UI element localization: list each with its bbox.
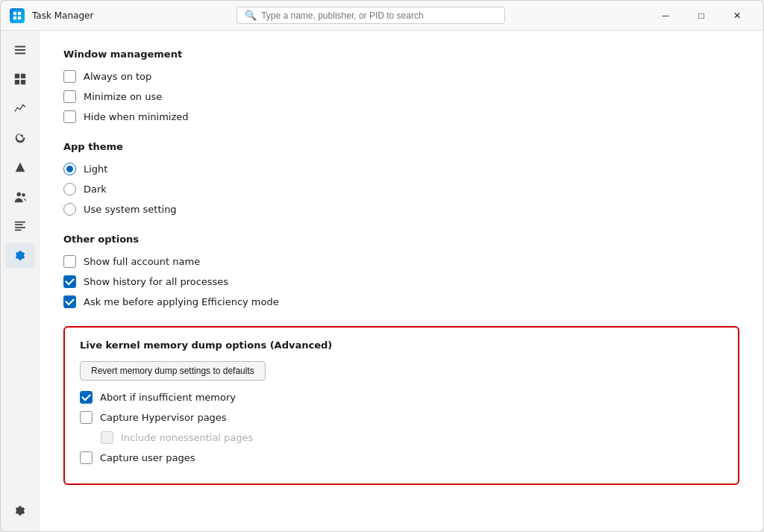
- sidebar-item-performance[interactable]: [5, 96, 35, 122]
- svg-rect-2: [13, 16, 16, 19]
- option-always-on-top: Always on top: [63, 70, 739, 83]
- include-nonessential-checkbox[interactable]: [101, 431, 113, 444]
- close-button[interactable]: ✕: [720, 4, 754, 28]
- advanced-section: Live kernel memory dump options (Advance…: [63, 326, 739, 485]
- option-capture-user-pages: Capture user pages: [80, 451, 723, 464]
- theme-light-radio[interactable]: [63, 163, 76, 175]
- include-nonessential-label: Include nonessential pages: [121, 432, 253, 443]
- svg-rect-8: [20, 74, 25, 78]
- window-management-section: Window management Always on top Minimize…: [63, 48, 739, 123]
- svg-rect-16: [14, 224, 22, 225]
- sidebar-item-history[interactable]: [5, 125, 35, 151]
- minimize-on-use-label: Minimize on use: [84, 91, 162, 102]
- theme-light-label: Light: [84, 163, 107, 175]
- option-capture-hypervisor: Capture Hypervisor pages: [80, 411, 723, 424]
- theme-system-radio[interactable]: [63, 203, 76, 216]
- minimize-on-use-checkbox[interactable]: [63, 90, 76, 103]
- svg-rect-10: [20, 80, 25, 84]
- sidebar-item-menu[interactable]: [5, 37, 35, 63]
- sidebar-item-users[interactable]: [5, 184, 35, 210]
- always-on-top-label: Always on top: [84, 71, 151, 82]
- maximize-button[interactable]: □: [684, 4, 718, 28]
- search-box[interactable]: 🔍: [237, 7, 505, 24]
- sidebar-bottom: [5, 272, 35, 525]
- abort-insufficient-memory-label: Abort if insufficient memory: [100, 392, 236, 403]
- hide-when-minimized-label: Hide when minimized: [84, 111, 189, 122]
- sidebar-item-settings[interactable]: [5, 242, 35, 269]
- search-input[interactable]: [261, 10, 497, 21]
- window-management-title: Window management: [63, 48, 739, 60]
- svg-rect-5: [14, 49, 25, 51]
- window-controls: ─ □ ✕: [648, 4, 754, 28]
- window-title: Task Manager: [32, 10, 93, 21]
- option-abort-insufficient-memory: Abort if insufficient memory: [80, 391, 723, 404]
- svg-rect-4: [14, 46, 25, 47]
- theme-dark-radio[interactable]: [63, 183, 76, 195]
- option-include-nonessential: Include nonessential pages: [101, 431, 723, 444]
- main-content: Window management Always on top Minimize…: [1, 31, 763, 531]
- capture-user-pages-checkbox[interactable]: [80, 451, 93, 464]
- option-theme-light: Light: [63, 163, 739, 175]
- svg-rect-1: [18, 11, 21, 14]
- show-history-label: Show history for all processes: [84, 276, 228, 287]
- app-icon: [10, 8, 25, 23]
- app-theme-section: App theme Light Dark Use system setting: [63, 141, 739, 216]
- sidebar-item-startup[interactable]: [5, 154, 35, 181]
- sidebar-item-details[interactable]: [5, 213, 35, 239]
- other-options-section: Other options Show full account name Sho…: [63, 234, 739, 308]
- minimize-button[interactable]: ─: [648, 4, 683, 28]
- option-theme-dark: Dark: [63, 183, 739, 195]
- sidebar-item-settings-bottom[interactable]: [5, 495, 35, 525]
- option-efficiency-mode: Ask me before applying Efficiency mode: [63, 295, 739, 308]
- hide-when-minimized-checkbox[interactable]: [63, 110, 76, 123]
- svg-rect-7: [14, 74, 19, 78]
- efficiency-mode-checkbox[interactable]: [63, 295, 76, 308]
- show-history-checkbox[interactable]: [63, 275, 76, 288]
- svg-marker-12: [15, 163, 25, 172]
- capture-user-pages-label: Capture user pages: [100, 452, 195, 463]
- svg-rect-18: [14, 229, 21, 231]
- other-options-title: Other options: [63, 234, 739, 245]
- svg-rect-9: [14, 80, 19, 84]
- revert-button[interactable]: Revert memory dump settings to defaults: [80, 361, 266, 381]
- show-account-name-label: Show full account name: [84, 256, 200, 267]
- svg-rect-3: [18, 16, 21, 19]
- option-show-account-name: Show full account name: [63, 255, 739, 268]
- svg-rect-0: [13, 11, 16, 14]
- app-window: Task Manager 🔍 ─ □ ✕: [0, 0, 764, 532]
- option-theme-system: Use system setting: [63, 203, 739, 216]
- search-area: 🔍: [101, 7, 641, 24]
- settings-content: Window management Always on top Minimize…: [40, 31, 763, 531]
- theme-system-label: Use system setting: [84, 204, 177, 215]
- capture-hypervisor-label: Capture Hypervisor pages: [100, 412, 227, 423]
- option-hide-when-minimized: Hide when minimized: [63, 110, 739, 123]
- app-theme-title: App theme: [63, 141, 739, 152]
- svg-rect-6: [14, 52, 25, 54]
- sidebar: [1, 31, 40, 531]
- capture-hypervisor-checkbox[interactable]: [80, 411, 93, 424]
- always-on-top-checkbox[interactable]: [63, 70, 76, 83]
- abort-insufficient-memory-checkbox[interactable]: [80, 391, 93, 404]
- svg-point-13: [16, 192, 20, 195]
- option-show-history: Show history for all processes: [63, 275, 739, 288]
- option-minimize-on-use: Minimize on use: [63, 90, 739, 103]
- title-bar: Task Manager 🔍 ─ □ ✕: [1, 1, 763, 31]
- advanced-title: Live kernel memory dump options (Advance…: [80, 339, 723, 351]
- efficiency-mode-label: Ask me before applying Efficiency mode: [84, 296, 279, 307]
- svg-point-14: [22, 193, 25, 197]
- svg-rect-17: [14, 227, 25, 228]
- svg-rect-15: [14, 222, 25, 223]
- search-icon: 🔍: [245, 10, 257, 21]
- show-account-name-checkbox[interactable]: [63, 255, 76, 268]
- svg-marker-11: [19, 134, 23, 138]
- theme-dark-label: Dark: [84, 184, 107, 195]
- sidebar-item-dashboard[interactable]: [5, 66, 35, 92]
